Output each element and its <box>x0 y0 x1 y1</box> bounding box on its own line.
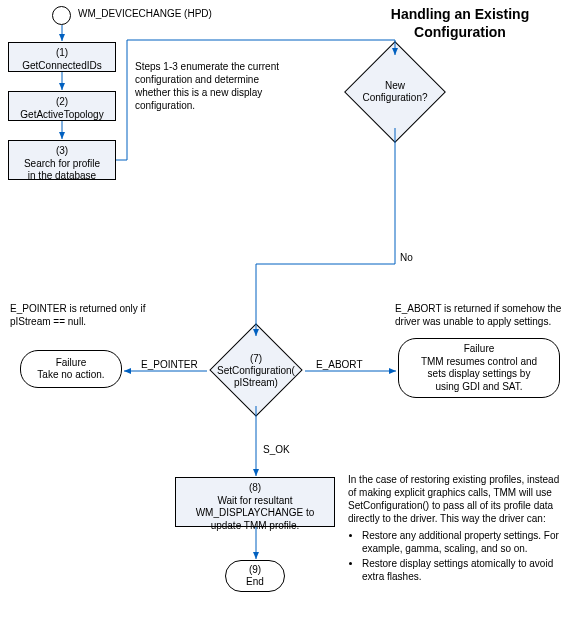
annotation-restore-profiles: In the case of restoring existing profil… <box>348 473 568 585</box>
step-number: (8) <box>178 482 332 495</box>
step-label: (7)SetConfiguration( pIStream) <box>208 337 304 405</box>
step-label: End <box>246 576 264 589</box>
step-7-setconfiguration: (7)SetConfiguration( pIStream) <box>208 337 304 405</box>
annotation-bullet: Restore any additional property settings… <box>362 529 568 555</box>
annotation-steps-1-3: Steps 1-3 enumerate the current configur… <box>135 60 285 112</box>
edge-label-no: No <box>400 252 413 263</box>
step-number: (3) <box>11 145 113 158</box>
step-number: (1) <box>11 47 113 60</box>
edge-label-sok: S_OK <box>263 444 290 455</box>
annotation-eabort: E_ABORT is returned if somehow the drive… <box>395 302 570 328</box>
annotation-text: In the case of restoring existing profil… <box>348 473 568 525</box>
step-label: GetConnectedIDs <box>11 60 113 73</box>
step-3-search-profile: (3) Search for profile in the database <box>8 140 116 180</box>
annotation-bullet: Restore display settings atomically to a… <box>362 557 568 583</box>
step-1-getconnectedids: (1) GetConnectedIDs <box>8 42 116 72</box>
diagram-title: Handling an Existing Configuration <box>355 6 565 41</box>
start-event-icon <box>52 6 71 25</box>
step-2-getactivetopology: (2) GetActiveTopology <box>8 91 116 121</box>
start-event-label: WM_DEVICECHANGE (HPD) <box>78 8 212 19</box>
step-number: (9) <box>249 564 261 577</box>
annotation-epointer: E_POINTER is returned only if pIStream =… <box>10 302 170 328</box>
step-label: Search for profile in the database <box>11 158 113 183</box>
step-label: GetActiveTopology <box>11 109 113 122</box>
edge-label-eabort: E_ABORT <box>316 359 363 370</box>
edge-label-epointer: E_POINTER <box>141 359 198 370</box>
step-8-wait-displaychange: (8) Wait for resultant WM_DISPLAYCHANGE … <box>175 477 335 527</box>
step-9-end: (9) End <box>225 560 285 592</box>
step-label: Wait for resultant WM_DISPLAYCHANGE to u… <box>178 495 332 533</box>
decision-new-configuration: New Configuration? <box>338 56 452 128</box>
decision-label: New Configuration? <box>338 56 452 128</box>
terminal-failure-tmm-resumes: Failure TMM resumes control and sets dis… <box>398 338 560 398</box>
step-number: (2) <box>11 96 113 109</box>
terminal-failure-no-action: Failure Take no action. <box>20 350 122 388</box>
